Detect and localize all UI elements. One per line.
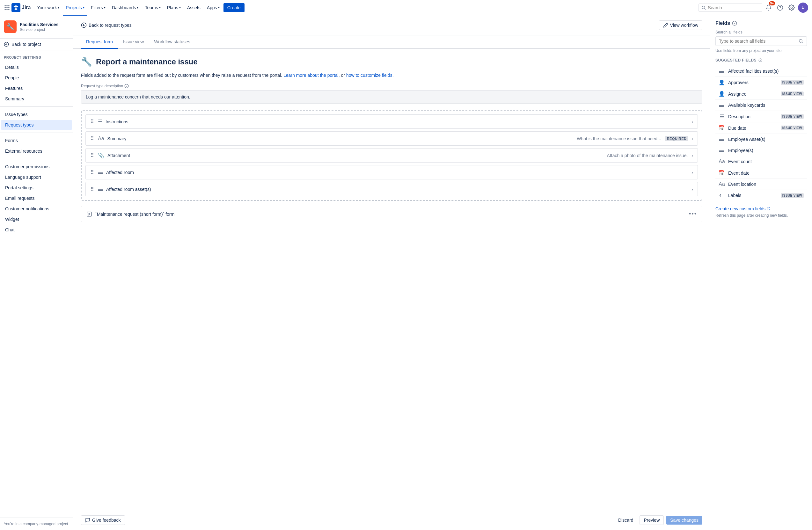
give-feedback-button[interactable]: Give feedback: [81, 515, 125, 525]
sidebar-item-summary[interactable]: Summary: [1, 94, 72, 104]
discard-button[interactable]: Discard: [614, 516, 637, 525]
suggestion-field-icon: 📅: [719, 170, 725, 176]
field-suggestion-item[interactable]: ▬Available keycards: [715, 100, 807, 111]
form-field-row[interactable]: ⠿▬Affected room›: [85, 165, 698, 179]
sidebar-item-request-types[interactable]: Request types: [1, 120, 72, 130]
field-suggestion-item[interactable]: ☰DescriptionISSUE VIEW: [715, 111, 807, 122]
sidebar-item-customer-notifications[interactable]: Customer notifications: [1, 204, 72, 214]
suggestion-field-name: Available keycards: [728, 103, 804, 108]
nav-dashboards[interactable]: Dashboards ▾: [110, 4, 141, 12]
search-all-fields-label: Search all fields: [715, 30, 807, 34]
field-suggestion-item[interactable]: 📅Due dateISSUE VIEW: [715, 122, 807, 134]
preview-button[interactable]: Preview: [639, 515, 664, 525]
more-options-button[interactable]: •••: [689, 211, 697, 217]
suggestion-field-name: Approvers: [728, 80, 778, 85]
bell-icon: [766, 4, 772, 11]
sidebar-item-external-resources[interactable]: External resources: [1, 146, 72, 156]
nav-filters[interactable]: Filters ▾: [88, 4, 108, 12]
field-name-label: Attachment: [107, 153, 607, 158]
suggestion-field-name: Employee(s): [728, 148, 804, 153]
drag-handle-icon: ⠿: [90, 169, 94, 175]
avatar[interactable]: U: [798, 2, 808, 13]
search-bar[interactable]: [698, 3, 762, 12]
nav-assets[interactable]: Assets: [185, 4, 203, 12]
field-search-bar[interactable]: [715, 36, 807, 46]
sidebar-item-issue-types[interactable]: Issue types: [1, 109, 72, 119]
sidebar-item-widget[interactable]: Widget: [1, 214, 72, 224]
nav-plans[interactable]: Plans ▾: [164, 4, 183, 12]
learn-more-link[interactable]: Learn more about the portal: [284, 73, 338, 78]
workflow-icon: [663, 23, 668, 28]
tab-request-form[interactable]: Request form: [81, 35, 118, 49]
field-suggestion-item[interactable]: ▬Employee(s): [715, 145, 807, 156]
create-button[interactable]: Create: [223, 3, 245, 12]
field-search-input[interactable]: [719, 39, 796, 44]
request-type-description-value[interactable]: Log a maintenance concern that needs our…: [81, 90, 702, 104]
suggestion-field-icon: ▬: [719, 68, 725, 74]
nav-your-work[interactable]: Your work ▾: [34, 4, 62, 12]
nav-teams[interactable]: Teams ▾: [142, 4, 163, 12]
settings-icon: [788, 4, 795, 11]
sidebar-item-language-support[interactable]: Language support: [1, 172, 72, 182]
search-input[interactable]: [708, 5, 759, 10]
suggestion-field-icon: 👤: [719, 79, 725, 85]
customize-fields-link[interactable]: how to customize fields.: [346, 73, 394, 78]
field-name-label: Summary: [107, 136, 577, 141]
field-suggestion-item[interactable]: 👤AssigneeISSUE VIEW: [715, 88, 807, 100]
chevron-down-icon: ▾: [179, 6, 181, 9]
suggestion-field-icon: Aa: [719, 181, 725, 187]
chevron-right-icon: ›: [692, 119, 693, 124]
back-to-project-button[interactable]: Back to project: [0, 39, 73, 50]
nav-projects[interactable]: Projects ▾: [63, 4, 87, 12]
sidebar-item-forms[interactable]: Forms: [1, 135, 72, 146]
notifications-button[interactable]: 9+: [764, 2, 774, 13]
sidebar-item-people[interactable]: People: [1, 73, 72, 83]
back-arrow-icon: [4, 42, 9, 47]
save-changes-button[interactable]: Save changes: [666, 516, 702, 525]
form-field-row[interactable]: ⠿AaSummaryWhat is the maintenance issue …: [85, 131, 698, 146]
field-suggestion-item[interactable]: ▬Employee Asset(s): [715, 134, 807, 145]
field-suggestion-item[interactable]: AaEvent location: [715, 179, 807, 190]
svg-rect-1: [6, 5, 7, 6]
field-suggestion-item[interactable]: 👤ApproversISSUE VIEW: [715, 77, 807, 88]
field-name-label: Instructions: [105, 119, 692, 124]
project-header[interactable]: 🔧 Facilities Services Service project: [0, 15, 73, 39]
tab-workflow-statuses[interactable]: Workflow statuses: [149, 35, 195, 49]
request-type-description-label: Request type description: [81, 84, 702, 88]
required-badge: REQUIRED: [665, 136, 688, 141]
field-suggestion-item[interactable]: ▬Affected facilities asset(s): [715, 65, 807, 77]
field-suggestion-item[interactable]: 📅Event date: [715, 167, 807, 179]
field-type-icon: Aa: [98, 136, 104, 142]
suggested-info-icon: [758, 58, 762, 62]
help-button[interactable]: [775, 2, 785, 13]
back-to-request-types-link[interactable]: Back to request types: [81, 22, 132, 28]
sidebar-item-portal-settings[interactable]: Portal settings: [1, 182, 72, 193]
form-field-row[interactable]: ⠿☰Instructions›: [85, 114, 698, 129]
view-workflow-button[interactable]: View workflow: [659, 20, 702, 30]
jira-logo[interactable]: Jira: [12, 3, 31, 12]
sidebar-item-chat[interactable]: Chat: [1, 225, 72, 235]
field-suggestion-item[interactable]: 🏷LabelsISSUE VIEW: [715, 190, 807, 201]
svg-rect-2: [8, 5, 9, 6]
sidebar-item-customer-permissions[interactable]: Customer permissions: [1, 162, 72, 172]
project-icon: 🔧: [4, 20, 17, 33]
help-icon: [777, 4, 783, 11]
sidebar-divider: [0, 106, 73, 107]
suggestion-field-name: Employee Asset(s): [728, 137, 804, 142]
tab-issue-view[interactable]: Issue view: [118, 35, 149, 49]
sidebar-item-features[interactable]: Features: [1, 83, 72, 93]
nav-apps[interactable]: Apps ▾: [204, 4, 222, 12]
form-field-row[interactable]: ⠿📎AttachmentAttach a photo of the mainte…: [85, 148, 698, 163]
sidebar-item-email-requests[interactable]: Email requests: [1, 193, 72, 203]
feedback-icon: [85, 518, 90, 523]
grid-icon[interactable]: [4, 4, 10, 11]
panel-title: Fields: [715, 20, 807, 26]
issue-view-badge: ISSUE VIEW: [781, 114, 804, 119]
suggestion-field-name: Due date: [728, 126, 778, 131]
create-custom-fields-link[interactable]: Create new custom fields: [715, 206, 807, 211]
suggestion-field-icon: Aa: [719, 159, 725, 164]
form-field-row[interactable]: ⠿▬Affected room asset(s)›: [85, 182, 698, 196]
sidebar-item-details[interactable]: Details: [1, 62, 72, 72]
settings-button[interactable]: [786, 2, 797, 13]
field-suggestion-item[interactable]: AaEvent count: [715, 156, 807, 167]
